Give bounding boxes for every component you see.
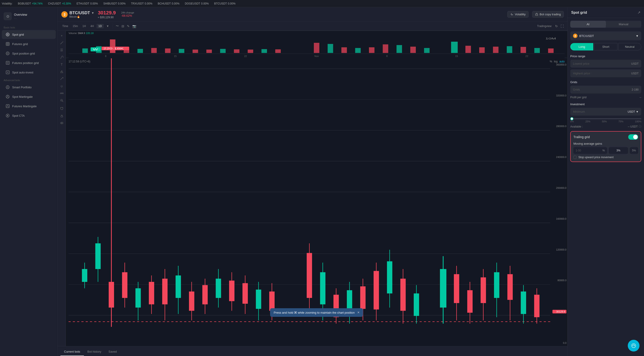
- fib-icon[interactable]: [59, 54, 65, 60]
- mode-ai[interactable]: AI: [570, 21, 606, 28]
- svg-rect-96: [454, 274, 459, 303]
- ma-pct-label: %: [602, 149, 605, 152]
- sidebar-item-spot-martingale[interactable]: Spot Martingale: [2, 92, 56, 101]
- camera-icon[interactable]: 📷: [132, 23, 137, 29]
- currency-name: BTC/USDT: [579, 34, 594, 38]
- support-button[interactable]: [628, 340, 640, 352]
- available-info-icon[interactable]: ⓘ: [638, 125, 641, 128]
- moving-avg-label: Moving average gains: [574, 142, 638, 145]
- price-280k: 280000.0: [552, 125, 566, 127]
- invest-suffix[interactable]: USDT ▼: [628, 110, 638, 113]
- time-dropdown[interactable]: ▼: [105, 24, 111, 28]
- investment-input[interactable]: Minimum USDT ▼: [570, 108, 641, 116]
- time-1h[interactable]: 1H: [81, 24, 88, 28]
- volume-label: Volume: [68, 32, 77, 34]
- support-icon: [631, 343, 636, 348]
- tab-bot-history[interactable]: Bot history: [84, 348, 105, 356]
- draw-icon[interactable]: ✎: [126, 23, 130, 29]
- text-icon[interactable]: T: [59, 61, 65, 68]
- pct-75: 75%: [618, 120, 624, 123]
- tab-current-bots[interactable]: Current bots: [60, 348, 84, 356]
- time-15b: 15: [455, 55, 458, 57]
- price-0: 0.0: [552, 342, 566, 344]
- time-1d[interactable]: 1D: [96, 24, 104, 28]
- mode-manual[interactable]: Manual: [606, 21, 642, 28]
- ma-5pct-box[interactable]: 5%: [630, 147, 638, 154]
- svg-rect-128: [314, 43, 319, 53]
- ruler-icon[interactable]: [59, 90, 65, 96]
- investment-slider[interactable]: 0% 25% 50% 75% 100%: [568, 116, 644, 124]
- overview-dots: ....: [14, 16, 27, 19]
- slider-track: [570, 118, 641, 119]
- trend-line-icon[interactable]: [59, 40, 65, 46]
- price-240k: 240000.0: [552, 156, 566, 158]
- refresh-icon[interactable]: ↻: [554, 23, 559, 29]
- dir-long[interactable]: Long: [570, 43, 593, 50]
- sidebar-item-spot-grid[interactable]: Spot grid: [2, 30, 56, 39]
- candlestick-chart[interactable]: [68, 38, 550, 346]
- price-320k: 320000.0: [552, 94, 566, 97]
- stop-upward-checkbox[interactable]: [574, 156, 576, 159]
- dir-short[interactable]: Short: [594, 43, 617, 50]
- line-chart-icon[interactable]: 〜: [115, 23, 120, 29]
- bot-copy-trading-button[interactable]: Bot copy trading: [532, 11, 564, 17]
- tab-saved[interactable]: Saved: [105, 348, 120, 356]
- highest-price-input[interactable]: Highest price USDT: [570, 69, 641, 77]
- volatility-button[interactable]: Volatility: [507, 11, 528, 17]
- candle-chart-icon[interactable]: ⊟: [121, 23, 125, 29]
- price-80k: 80000.0: [552, 279, 566, 282]
- direction-buttons: Long Short Neutral: [570, 43, 641, 50]
- share-icon[interactable]: ↗: [638, 10, 640, 15]
- magnet-icon[interactable]: [59, 105, 65, 112]
- lock-icon[interactable]: [59, 113, 65, 119]
- futures-position-icon: [6, 61, 10, 65]
- chart-area: BTCUSDT · 1D O80000.0 H97909.8 L29999.9 …: [66, 31, 567, 346]
- currency-selector[interactable]: ₿ BTC/USDT ▼: [570, 31, 641, 40]
- sidebar-item-smart-portfolio[interactable]: Smart Portfolio: [2, 83, 56, 92]
- svg-rect-118: [206, 49, 212, 53]
- grids-input[interactable]: Grids 2-190: [570, 86, 641, 93]
- sidebar-item-spot-auto-invest[interactable]: Spot auto-invest: [2, 68, 56, 77]
- pair-dropdown-icon[interactable]: ▼: [91, 11, 94, 15]
- lowest-price-input[interactable]: Lowest price USDT: [570, 60, 641, 68]
- svg-rect-144: [548, 48, 554, 53]
- shapes-icon[interactable]: [59, 68, 65, 75]
- sidebar-overview[interactable]: ⊙ Overview ....: [0, 10, 58, 22]
- ma-3pct-box[interactable]: 3%: [609, 147, 628, 154]
- sidebar-item-spot-cta[interactable]: Spot CTA: [2, 111, 56, 120]
- time-4h[interactable]: 4H: [88, 24, 96, 28]
- futures-grid-icon: [6, 42, 10, 46]
- sidebar: ⊙ Overview .... Basic bots Spot grid Fut…: [0, 7, 58, 356]
- tooltip-close[interactable]: ×: [358, 311, 360, 315]
- sidebar-item-futures-martingale[interactable]: Futures Martingale: [2, 102, 56, 111]
- zoom-icon[interactable]: [59, 97, 65, 104]
- ma-range-input[interactable]: 1-50 %: [574, 147, 607, 154]
- svg-rect-134: [396, 45, 402, 53]
- available-val: -- USDT: [628, 125, 638, 128]
- measure-icon[interactable]: [59, 76, 65, 82]
- hlines-icon[interactable]: ☰: [59, 47, 65, 53]
- dir-neutral[interactable]: Neutral: [618, 43, 641, 50]
- eye-icon[interactable]: [59, 120, 65, 126]
- svg-text:W: W: [93, 48, 98, 51]
- svg-rect-62: [189, 292, 194, 311]
- svg-rect-130: [342, 47, 347, 53]
- trailing-toggle[interactable]: [628, 134, 638, 140]
- svg-point-147: [632, 346, 633, 346]
- right-panel: Spot grid ↗ AI Manual ₿ BTC/USDT ▼ Long …: [567, 7, 644, 356]
- sma-label: SMA 9: [78, 32, 85, 34]
- fullscreen-icon[interactable]: ⛶: [560, 23, 565, 29]
- crosshair-icon[interactable]: +: [59, 32, 65, 39]
- spot-autoinvest-label: Spot auto-invest: [12, 71, 33, 74]
- sidebar-item-futures-position[interactable]: Futures position grid: [2, 58, 56, 67]
- svg-rect-76: [307, 253, 312, 298]
- sidebar-item-spot-position[interactable]: Spot position grid: [2, 49, 56, 58]
- slider-thumb[interactable]: [570, 117, 574, 120]
- svg-rect-143: [534, 48, 540, 53]
- svg-point-148: [634, 346, 635, 346]
- svg-point-33: [60, 122, 63, 124]
- emoji-icon[interactable]: ☺: [59, 83, 65, 89]
- time-15m[interactable]: 15m: [71, 24, 80, 28]
- sidebar-item-futures-grid[interactable]: Futures grid: [2, 39, 56, 48]
- svg-rect-54: [136, 288, 141, 308]
